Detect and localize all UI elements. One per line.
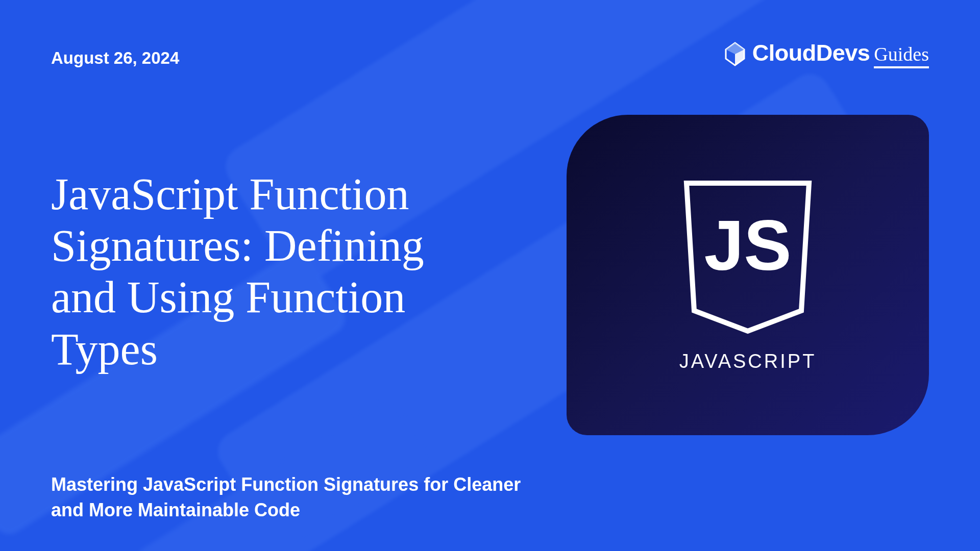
brand-suffix: Guides	[874, 43, 929, 68]
tech-label: JAVASCRIPT	[679, 350, 817, 372]
tech-card: JS JAVASCRIPT	[567, 115, 929, 435]
brand-name: CloudDevs	[752, 40, 870, 66]
page-subtitle: Mastering JavaScript Function Signatures…	[51, 472, 536, 523]
clouddevs-icon	[723, 42, 747, 66]
page-title: JavaScript Function Signatures: Defining…	[51, 168, 485, 375]
brand-logo-area: CloudDevs Guides	[723, 40, 929, 68]
svg-text:JS: JS	[704, 205, 791, 285]
brand-text: CloudDevs Guides	[752, 40, 929, 68]
publish-date: August 26, 2024	[51, 48, 179, 68]
js-shield-icon: JS	[676, 178, 819, 336]
